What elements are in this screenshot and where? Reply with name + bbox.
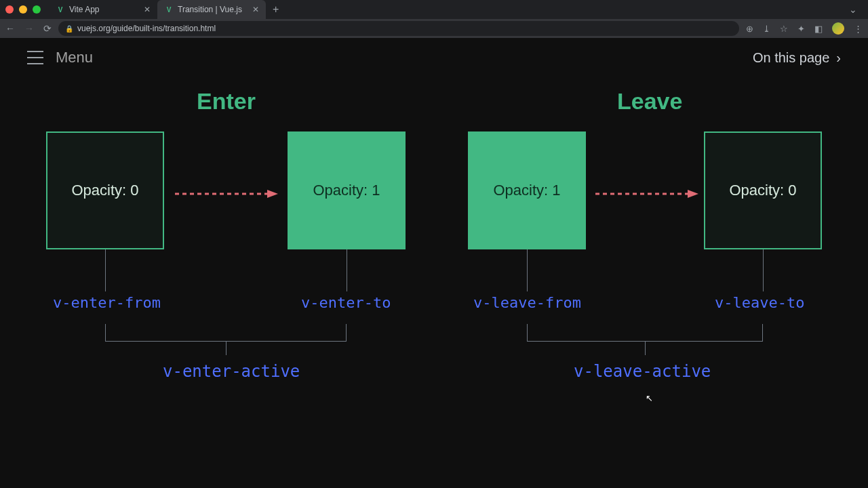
v-enter-from-label: v-enter-from (53, 294, 161, 311)
lock-icon: 🔒 (65, 25, 73, 33)
leave-active-bracket (527, 324, 763, 342)
svg-marker-3 (688, 190, 698, 198)
minimize-window-icon[interactable] (19, 5, 27, 14)
enter-from-box: Opacity: 0 (46, 131, 164, 249)
vite-favicon-icon: V (56, 5, 65, 14)
enter-from-text: Opacity: 0 (71, 182, 138, 199)
new-tab-button[interactable]: + (266, 3, 285, 16)
leave-heading: Leave (617, 88, 682, 115)
close-tab-icon[interactable]: ✕ (144, 5, 151, 14)
docs-menubar: Menu On this page › (0, 38, 868, 77)
enter-active-bracket (105, 324, 347, 342)
browser-tab-transition[interactable]: V Transition | Vue.js ✕ (157, 0, 266, 19)
page-content: Menu On this page › Enter Leave Opacity:… (0, 38, 868, 488)
chevron-right-icon: › (836, 50, 841, 66)
tab-title: Vite App (69, 5, 99, 14)
window-titlebar: V Vite App ✕ V Transition | Vue.js ✕ + ⌄ (0, 0, 868, 19)
panel-icon[interactable]: ◧ (814, 24, 823, 34)
transition-diagram: Enter Leave Opacity: 0 Opacity: 1 Opacit… (0, 77, 868, 488)
leave-from-text: Opacity: 1 (493, 182, 560, 199)
zoom-icon[interactable]: ⊕ (746, 24, 753, 34)
leave-from-box: Opacity: 1 (468, 131, 586, 249)
profile-avatar[interactable] (832, 22, 844, 35)
connector-line (763, 249, 764, 291)
forward-button[interactable]: → (24, 23, 34, 34)
browser-tab-vite[interactable]: V Vite App ✕ (49, 0, 157, 19)
mouse-cursor-icon: ↖ (646, 393, 653, 403)
leave-to-text: Opacity: 0 (729, 182, 796, 199)
on-this-page-toggle[interactable]: On this page › (753, 50, 841, 66)
connector-line (105, 249, 106, 291)
v-enter-to-label: v-enter-to (301, 294, 391, 311)
hamburger-menu-icon[interactable] (27, 51, 43, 64)
star-icon[interactable]: ☆ (780, 24, 788, 34)
maximize-window-icon[interactable] (33, 5, 41, 14)
traffic-lights (5, 5, 41, 14)
address-bar[interactable]: 🔒 vuejs.org/guide/built-ins/transition.h… (58, 21, 739, 36)
v-enter-active-label: v-enter-active (163, 362, 300, 381)
vue-favicon-icon: V (164, 5, 174, 14)
browser-toolbar: ← → ⟳ 🔒 vuejs.org/guide/built-ins/transi… (0, 19, 868, 38)
install-icon[interactable]: ⤓ (763, 24, 770, 34)
reload-button[interactable]: ⟳ (43, 23, 52, 34)
v-leave-to-label: v-leave-to (715, 294, 804, 311)
svg-marker-1 (267, 190, 278, 198)
enter-heading: Enter (197, 88, 256, 115)
connector-line (527, 249, 528, 291)
leave-to-box: Opacity: 0 (704, 131, 822, 249)
v-leave-from-label: v-leave-from (473, 294, 581, 311)
connector-line (347, 249, 347, 291)
on-this-page-label: On this page (753, 50, 829, 66)
menu-kebab-icon[interactable]: ⋮ (854, 24, 863, 34)
menu-label[interactable]: Menu (56, 49, 93, 66)
connector-line (226, 342, 226, 355)
back-button[interactable]: ← (5, 23, 15, 34)
connector-line (645, 342, 646, 355)
window-chevron-icon[interactable]: ⌄ (849, 4, 863, 15)
close-tab-icon[interactable]: ✕ (252, 5, 259, 14)
close-window-icon[interactable] (5, 5, 14, 14)
enter-to-text: Opacity: 1 (313, 182, 380, 199)
enter-to-box: Opacity: 1 (288, 131, 406, 249)
tab-title: Transition | Vue.js (178, 5, 242, 14)
extensions-icon[interactable]: ✦ (797, 24, 805, 34)
url-text: vuejs.org/guide/built-ins/transition.htm… (77, 24, 216, 33)
browser-tabs: V Vite App ✕ V Transition | Vue.js ✕ + (49, 0, 285, 19)
v-leave-active-label: v-leave-active (574, 362, 711, 381)
